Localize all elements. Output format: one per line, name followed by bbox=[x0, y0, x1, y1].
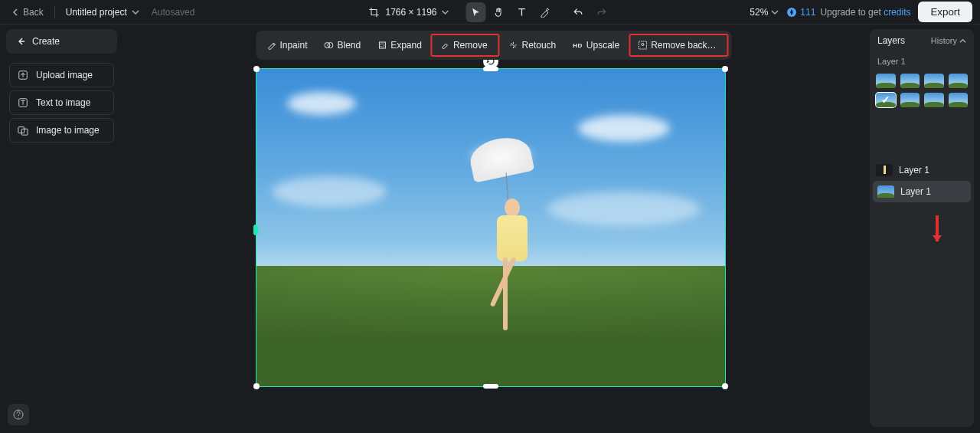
help-button[interactable] bbox=[8, 404, 29, 425]
layer-name: Layer 1 bbox=[900, 186, 931, 197]
expand-tool[interactable]: Expand bbox=[370, 35, 430, 55]
upload-image-button[interactable]: Upload image bbox=[9, 63, 114, 87]
crop-icon[interactable] bbox=[368, 7, 379, 18]
dimensions-text: 1766 × 1196 bbox=[385, 7, 436, 18]
retouch-tool[interactable]: Retouch bbox=[501, 35, 564, 55]
canvas-area[interactable]: Inpaint Blend Expand Remove Retouch HDUp… bbox=[122, 25, 865, 427]
layer-name: Layer 1 bbox=[899, 165, 929, 175]
variation-thumb[interactable] bbox=[924, 93, 944, 107]
inpaint-tool[interactable]: Inpaint bbox=[259, 35, 315, 55]
create-label: Create bbox=[32, 36, 60, 47]
layer-item-selected[interactable]: Layer 1 bbox=[873, 181, 971, 202]
text2img-label: Text to image bbox=[36, 97, 90, 108]
resize-handle-top-right[interactable] bbox=[722, 66, 728, 72]
back-arrow-icon bbox=[12, 8, 20, 16]
autosaved-status: Autosaved bbox=[152, 7, 195, 18]
back-arrow-icon bbox=[17, 37, 26, 46]
layer-thumb-person bbox=[876, 164, 893, 176]
dimensions-dropdown[interactable]: 1766 × 1196 bbox=[385, 7, 449, 18]
remove-bg-icon bbox=[638, 41, 647, 50]
text-to-image-button[interactable]: Text to image bbox=[9, 90, 114, 115]
layer-group-label: Layer 1 bbox=[870, 52, 974, 71]
variation-thumb[interactable] bbox=[949, 74, 969, 88]
project-name-text: Untitled project bbox=[66, 7, 127, 18]
image-to-image-button[interactable]: Image to image bbox=[9, 118, 114, 143]
hd-icon: HD bbox=[573, 42, 583, 49]
eyedropper-tool[interactable] bbox=[535, 2, 555, 22]
variation-thumb[interactable] bbox=[900, 74, 920, 88]
text-tool[interactable] bbox=[512, 2, 532, 22]
layer-item[interactable]: Layer 1 bbox=[870, 159, 974, 181]
remove-tool[interactable]: Remove bbox=[436, 37, 492, 54]
edit-toolbar: Inpaint Blend Expand Remove Retouch HDUp… bbox=[256, 31, 731, 60]
check-icon: ✓ bbox=[881, 93, 890, 106]
variation-thumb[interactable] bbox=[949, 93, 969, 107]
eraser-icon bbox=[440, 41, 449, 50]
variation-thumb[interactable] bbox=[876, 74, 896, 88]
credits-block: 111 Upgrade to get credits bbox=[786, 7, 910, 18]
highlight-remove-bg: Remove back… bbox=[629, 34, 728, 57]
resize-handle-bottom-right[interactable] bbox=[722, 383, 728, 389]
canvas-image[interactable] bbox=[256, 68, 726, 387]
pointer-tool[interactable] bbox=[466, 2, 486, 22]
back-label: Back bbox=[23, 7, 44, 18]
upscale-tool[interactable]: HDUpscale bbox=[565, 35, 627, 55]
help-icon bbox=[13, 409, 24, 420]
cloud bbox=[547, 192, 701, 226]
credits-value: 111 bbox=[800, 7, 815, 18]
upload-label: Upload image bbox=[36, 70, 93, 80]
resize-handle-bottom-left[interactable] bbox=[253, 383, 260, 389]
undo-button[interactable] bbox=[569, 2, 589, 22]
hand-tool[interactable] bbox=[489, 2, 509, 22]
header-center: 1766 × 1196 bbox=[368, 2, 611, 22]
layer-list: Layer 1 Layer 1 bbox=[870, 159, 974, 202]
zoom-value: 52% bbox=[750, 7, 768, 18]
layers-title: Layers bbox=[877, 35, 905, 46]
back-button[interactable]: Back bbox=[8, 4, 48, 21]
create-button[interactable]: Create bbox=[6, 29, 117, 54]
resize-handle-left[interactable] bbox=[253, 225, 258, 235]
export-button[interactable]: Export bbox=[918, 2, 972, 22]
history-link[interactable]: History bbox=[931, 36, 966, 45]
text-to-image-icon bbox=[18, 97, 28, 108]
retouch-icon bbox=[509, 41, 518, 50]
blend-tool[interactable]: Blend bbox=[316, 35, 368, 55]
cloud bbox=[287, 92, 356, 115]
chevron-down-icon bbox=[771, 8, 779, 16]
upgrade-link[interactable]: Upgrade to get credits bbox=[820, 7, 910, 18]
chevron-up-icon bbox=[959, 38, 966, 44]
img2img-label: Image to image bbox=[36, 125, 100, 136]
layers-header: Layers History bbox=[870, 29, 974, 52]
person-figure bbox=[482, 139, 543, 338]
zoom-dropdown[interactable]: 52% bbox=[750, 7, 779, 18]
upload-icon bbox=[18, 70, 28, 80]
remove-background-tool[interactable]: Remove back… bbox=[633, 37, 720, 54]
project-name-dropdown[interactable]: Untitled project bbox=[61, 4, 144, 21]
head bbox=[505, 198, 520, 217]
image-to-image-icon bbox=[18, 125, 28, 136]
cloud bbox=[578, 115, 670, 142]
variation-thumb-selected[interactable]: ✓ bbox=[876, 93, 896, 107]
create-options: Upload image Text to image Image to imag… bbox=[6, 60, 117, 146]
variation-thumb[interactable] bbox=[900, 93, 920, 107]
variation-thumb[interactable] bbox=[924, 74, 944, 88]
expand-icon bbox=[377, 41, 387, 50]
tool-row bbox=[466, 2, 612, 22]
layers-panel: Layers History Layer 1 ✓ Layer 1 Layer 1 bbox=[870, 29, 974, 427]
header-right: 52% 111 Upgrade to get credits Export bbox=[750, 2, 972, 22]
app-header: Back Untitled project Autosaved 1766 × 1… bbox=[0, 0, 980, 25]
divider bbox=[54, 6, 55, 18]
redo-button[interactable] bbox=[592, 2, 612, 22]
chevron-down-icon bbox=[132, 8, 139, 16]
torso bbox=[497, 215, 528, 261]
left-sidebar: Create Upload image Text to image Image … bbox=[6, 29, 117, 146]
cloud bbox=[272, 176, 387, 207]
credit-badge[interactable]: 111 bbox=[786, 7, 815, 18]
credit-icon bbox=[786, 7, 797, 18]
svg-point-9 bbox=[642, 44, 644, 46]
resize-handle-top-left[interactable] bbox=[253, 66, 260, 72]
annotation-arrow bbox=[936, 215, 939, 241]
svg-rect-7 bbox=[379, 42, 385, 48]
chevron-down-icon bbox=[442, 8, 449, 16]
resize-handle-bottom[interactable] bbox=[483, 384, 498, 389]
